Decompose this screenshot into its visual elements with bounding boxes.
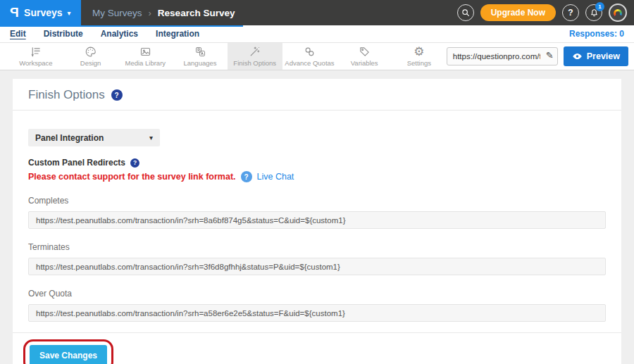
save-changes-button[interactable]: Save Changes xyxy=(30,345,107,364)
brand-menu[interactable]: P Surveys ▾ xyxy=(0,0,81,25)
survey-toolbar: Workspace Design Media Library xyxy=(0,43,634,70)
preview-button[interactable]: Preview xyxy=(564,46,628,66)
upgrade-now-button[interactable]: Upgrade Now xyxy=(480,4,556,21)
finish-options-card: Finish Options ? Panel Integration ▾ Cus… xyxy=(13,79,621,364)
tab-analytics[interactable]: Analytics xyxy=(101,29,138,39)
toolbar-label: Design xyxy=(80,59,101,67)
toolbar-item-media-library[interactable]: Media Library xyxy=(118,43,173,70)
toolbar-label: Languages xyxy=(184,59,217,67)
questionpro-logo-icon: P xyxy=(10,5,19,20)
toolbar-item-design[interactable]: Design xyxy=(63,43,118,70)
terminates-label: Terminates xyxy=(28,242,606,252)
magic-wand-icon xyxy=(249,46,261,58)
card-body: Panel Integration ▾ Custom Panel Redirec… xyxy=(13,111,621,364)
chat-help-icon[interactable]: ? xyxy=(241,171,252,182)
page-title: Finish Options xyxy=(28,88,105,102)
translate-icon xyxy=(194,46,206,58)
toolbar-item-finish-options[interactable]: Finish Options xyxy=(228,43,282,70)
notification-badge: 1 xyxy=(595,2,604,11)
toolbar-label: Advance Quotas xyxy=(285,59,334,67)
palette-icon xyxy=(85,46,97,58)
toolbar-item-settings[interactable]: ⚙ Settings xyxy=(392,43,447,70)
completes-label: Completes xyxy=(28,196,606,206)
survey-url-input[interactable] xyxy=(447,47,558,65)
content-area: Finish Options ? Panel Integration ▾ Cus… xyxy=(0,70,634,364)
tab-distribute[interactable]: Distribute xyxy=(44,29,83,39)
search-button[interactable] xyxy=(457,4,474,21)
redirects-help-icon[interactable]: ? xyxy=(130,158,139,168)
chain-links-icon xyxy=(304,46,316,58)
breadcrumb-current-survey: Research Survey xyxy=(158,8,235,18)
top-bar: P Surveys ▾ My Surveys › Research Survey… xyxy=(0,0,634,25)
breadcrumb-my-surveys[interactable]: My Surveys xyxy=(92,8,142,18)
survey-url-wrap: ✎ xyxy=(447,47,558,65)
toolbar-label: Workspace xyxy=(19,59,52,67)
toolbar-label: Settings xyxy=(407,59,431,67)
nav-tab-bar: Edit Distribute Analytics Integration Re… xyxy=(0,25,634,43)
live-chat-link[interactable]: Live Chat xyxy=(257,172,294,182)
terminates-url-input[interactable] xyxy=(28,258,606,275)
breadcrumb-separator: › xyxy=(149,8,151,18)
help-button[interactable]: ? xyxy=(562,4,579,21)
breadcrumb: My Surveys › Research Survey xyxy=(92,8,235,18)
product-name: Surveys xyxy=(24,7,62,18)
workspace-icon xyxy=(30,46,42,58)
completes-url-input[interactable] xyxy=(28,211,606,229)
toolbar-right: ✎ Preview xyxy=(447,43,634,70)
image-icon xyxy=(139,46,151,58)
question-mark-icon: ? xyxy=(568,8,573,18)
pencil-icon[interactable]: ✎ xyxy=(546,50,554,61)
dropdown-selected-value: Panel Integration xyxy=(35,133,104,143)
support-notice-row: Please contact support for the survey li… xyxy=(28,171,606,182)
progress-bar xyxy=(0,25,243,27)
search-icon xyxy=(461,8,471,18)
chevron-down-icon: ▾ xyxy=(68,9,71,17)
section-title: Custom Panel Redirects xyxy=(28,158,125,168)
tab-edit[interactable]: Edit xyxy=(10,29,26,39)
toolbar-item-workspace[interactable]: Workspace xyxy=(8,43,63,70)
toolbar-item-advance-quotas[interactable]: Advance Quotas xyxy=(282,43,337,70)
divider xyxy=(13,332,621,333)
topbar-actions: Upgrade Now ? 1 xyxy=(457,4,634,22)
toolbar-label: Finish Options xyxy=(233,59,276,67)
gauge-icon xyxy=(614,9,622,18)
support-notice: Please contact support for the survey li… xyxy=(28,172,236,182)
chevron-down-icon: ▾ xyxy=(149,134,153,142)
toolbar-item-languages[interactable]: Languages xyxy=(173,43,228,70)
save-row: Save Changes xyxy=(30,345,107,364)
over-quota-label: Over Quota xyxy=(28,289,606,299)
gear-icon: ⚙ xyxy=(414,46,424,58)
responses-count[interactable]: Responses: 0 xyxy=(569,29,624,39)
custom-panel-redirects-row: Custom Panel Redirects ? xyxy=(28,158,606,168)
panel-integration-dropdown[interactable]: Panel Integration ▾ xyxy=(28,129,160,146)
eye-icon xyxy=(572,52,583,61)
tab-integration[interactable]: Integration xyxy=(156,29,199,39)
finish-options-help-icon[interactable]: ? xyxy=(111,89,123,101)
toolbar-label: Media Library xyxy=(125,59,166,67)
preview-label: Preview xyxy=(587,51,620,61)
tag-icon xyxy=(359,46,371,58)
toolbar-item-variables[interactable]: Variables xyxy=(337,43,392,70)
toolbar-label: Variables xyxy=(351,59,378,67)
over-quota-url-input[interactable] xyxy=(28,304,606,322)
card-header: Finish Options ? xyxy=(13,79,621,111)
notifications-button[interactable]: 1 xyxy=(585,4,602,21)
user-avatar[interactable] xyxy=(609,4,627,22)
